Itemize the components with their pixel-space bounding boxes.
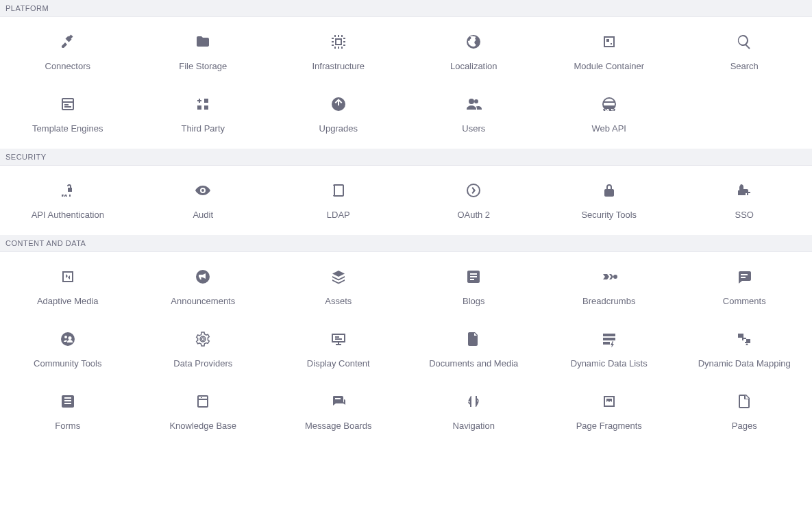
menu-tile-ldap[interactable]: LDAP: [271, 179, 406, 223]
menu-tile-dynamic-data-lists[interactable]: Dynamic Data Lists: [541, 328, 677, 371]
tile-label: Dynamic Data Lists: [571, 358, 648, 369]
menu-tile-pages[interactable]: Pages: [677, 390, 813, 434]
menu-tile-users[interactable]: Users: [406, 93, 542, 136]
menu-tile-message-boards[interactable]: Message Boards: [271, 390, 406, 434]
tile-label: OAuth 2: [457, 210, 490, 220]
users-icon: [465, 96, 482, 112]
tile-label: Display Content: [307, 358, 370, 369]
section-header: SECURITY: [0, 149, 812, 166]
section-grid: Adaptive MediaAnnouncementsAssetsBlogsBr…: [0, 252, 812, 446]
menu-tile-upgrades[interactable]: Upgrades: [271, 93, 406, 136]
menu-tile-navigation[interactable]: Navigation: [406, 390, 542, 434]
tile-label: Knowledge Base: [169, 421, 236, 431]
tile-label: SSO: [735, 210, 754, 220]
menu-tile-forms[interactable]: Forms: [0, 390, 136, 434]
module-icon: [601, 34, 617, 50]
tile-label: Documents and Media: [429, 358, 518, 369]
menu-tile-announcements[interactable]: Announcements: [136, 266, 271, 309]
menu-tile-assets[interactable]: Assets: [271, 266, 406, 309]
tile-label: Comments: [723, 296, 766, 306]
tile-label: Third Party: [181, 123, 225, 134]
tile-label: Template Engines: [32, 123, 103, 134]
folder-icon: [195, 34, 211, 50]
tile-label: Community Tools: [34, 358, 101, 369]
community-icon: [60, 331, 76, 347]
section-header: CONTENT AND DATA: [0, 235, 812, 252]
eye-icon: [195, 182, 211, 199]
tile-label: File Storage: [179, 61, 227, 71]
menu-tile-page-fragments[interactable]: Page Fragments: [541, 390, 677, 434]
tile-label: Blogs: [463, 296, 485, 306]
section-grid: ConnectorsFile StorageInfrastructureLoca…: [0, 17, 812, 149]
menu-tile-localization[interactable]: Localization: [406, 31, 542, 74]
bullhorn-icon: [195, 269, 211, 285]
menu-tile-file-storage[interactable]: File Storage: [136, 31, 271, 74]
layers-icon: [330, 269, 347, 285]
menu-tile-template-engines[interactable]: Template Engines: [0, 93, 136, 136]
page-icon: [736, 393, 752, 410]
navigation-icon: [465, 393, 482, 410]
fragments-icon: [601, 393, 617, 410]
menu-tile-knowledge-base[interactable]: Knowledge Base: [136, 390, 271, 434]
menu-tile-blogs[interactable]: Blogs: [406, 266, 542, 309]
cpu-icon: [330, 34, 347, 50]
api-lock-icon: [60, 182, 76, 199]
tile-label: Announcements: [171, 296, 235, 306]
tile-label: Search: [730, 61, 759, 71]
comment-icon: [736, 269, 752, 285]
tile-label: Web API: [592, 123, 626, 134]
menu-tile-search[interactable]: Search: [677, 31, 813, 74]
section-grid: API AuthenticationAuditLDAPOAuth 2Securi…: [0, 166, 812, 235]
oauth-icon: [465, 182, 482, 199]
menu-tile-breadcrumbs[interactable]: Breadcrumbs: [541, 266, 677, 309]
menu-tile-display-content[interactable]: Display Content: [271, 328, 406, 371]
template-icon: [60, 96, 76, 112]
menu-tile-audit[interactable]: Audit: [136, 179, 271, 223]
tile-label: Upgrades: [319, 123, 358, 134]
web-api-icon: [601, 96, 617, 112]
gear-icon: [195, 331, 211, 347]
tile-label: Page Fragments: [576, 421, 642, 431]
sso-icon: [736, 182, 752, 199]
tile-label: Connectors: [45, 61, 90, 71]
grid-add-icon: [195, 96, 211, 112]
tile-label: Users: [462, 123, 485, 134]
menu-tile-third-party[interactable]: Third Party: [136, 93, 271, 136]
kb-icon: [195, 393, 211, 410]
menu-tile-documents-and-media[interactable]: Documents and Media: [406, 328, 542, 371]
mapping-icon: [736, 331, 752, 347]
lock-icon: [601, 182, 617, 199]
menu-tile-security-tools[interactable]: Security Tools: [541, 179, 677, 223]
tile-label: Forms: [55, 421, 80, 431]
breadcrumbs-icon: [601, 269, 617, 285]
menu-tile-web-api[interactable]: Web API: [541, 93, 677, 136]
menu-tile-sso[interactable]: SSO: [677, 179, 813, 223]
plug-icon: [60, 34, 76, 50]
menu-tile-module-container[interactable]: Module Container: [541, 31, 677, 74]
tile-label: Audit: [193, 210, 213, 220]
tile-label: Data Providers: [173, 358, 232, 369]
menu-tile-community-tools[interactable]: Community Tools: [0, 328, 136, 371]
menu-tile-api-authentication[interactable]: API Authentication: [0, 179, 136, 223]
form-icon: [60, 393, 76, 410]
tile-label: Message Boards: [305, 421, 372, 431]
adaptive-icon: [60, 269, 76, 285]
tile-label: Module Container: [574, 61, 644, 71]
tile-label: LDAP: [327, 210, 350, 220]
menu-tile-data-providers[interactable]: Data Providers: [136, 328, 271, 371]
tile-label: Navigation: [453, 421, 495, 431]
globe-icon: [465, 34, 482, 50]
documents-icon: [465, 331, 482, 347]
menu-tile-infrastructure[interactable]: Infrastructure: [271, 31, 406, 74]
tile-label: Localization: [450, 61, 497, 71]
tile-label: Adaptive Media: [37, 296, 99, 306]
menu-tile-dynamic-data-mapping[interactable]: Dynamic Data Mapping: [677, 328, 813, 371]
tile-label: Security Tools: [581, 210, 637, 220]
menu-tile-oauth-2[interactable]: OAuth 2: [406, 179, 542, 223]
upload-circle-icon: [330, 96, 347, 112]
menu-tile-connectors[interactable]: Connectors: [0, 31, 136, 74]
blogs-icon: [465, 269, 482, 285]
menu-tile-adaptive-media[interactable]: Adaptive Media: [0, 266, 136, 309]
section-header: PLATFORM: [0, 0, 812, 17]
menu-tile-comments[interactable]: Comments: [677, 266, 813, 309]
